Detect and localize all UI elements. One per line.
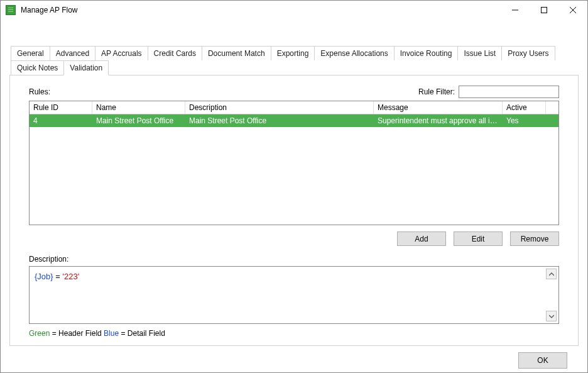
scroll-up-button[interactable] [546, 269, 557, 279]
minimize-icon [512, 7, 518, 13]
scroll-down-button[interactable] [546, 311, 557, 321]
chevron-up-icon [549, 272, 554, 277]
tab-expense-allocations[interactable]: Expense Allocations [314, 46, 394, 60]
grid-header: Rule ID Name Description Message Active [30, 101, 558, 114]
table-row[interactable]: 4Main Street Post OfficeMain Street Post… [30, 114, 558, 127]
tab-ap-accruals[interactable]: AP Accruals [95, 46, 148, 60]
minimize-button[interactable] [501, 1, 530, 19]
rule-filter-input[interactable] [459, 86, 559, 98]
col-rule-id[interactable]: Rule ID [30, 101, 92, 114]
expr-value-token: '223' [62, 272, 79, 281]
cell-active: Yes [503, 114, 546, 127]
rules-label: Rules: [29, 87, 418, 96]
cell-message: Superintendent must approve all invoic..… [374, 114, 503, 127]
tab-quick-notes[interactable]: Quick Notes [11, 60, 64, 75]
tab-proxy-users[interactable]: Proxy Users [501, 46, 555, 60]
description-label: Description: [29, 255, 559, 264]
tab-general[interactable]: General [11, 46, 50, 60]
rules-grid[interactable]: Rule ID Name Description Message Active … [29, 101, 559, 225]
cell-description: Main Street Post Office [185, 114, 374, 127]
dialog-footer: OK [9, 346, 579, 373]
legend-green-text: = Header Field [50, 329, 104, 338]
rule-filter-label: Rule Filter: [418, 87, 455, 96]
cell-name: Main Street Post Office [92, 114, 185, 127]
content-area: GeneralAdvancedAP AccrualsCredit CardsDo… [1, 19, 587, 373]
ok-button[interactable]: OK [518, 352, 567, 369]
close-icon [570, 7, 576, 13]
app-icon [6, 5, 16, 15]
maximize-button[interactable] [530, 1, 558, 19]
legend-blue-label: Blue [104, 329, 119, 338]
cell-rule-id: 4 [30, 114, 92, 127]
rules-header-row: Rules: Rule Filter: [29, 86, 559, 98]
svg-rect-1 [542, 8, 547, 13]
col-message[interactable]: Message [374, 101, 503, 114]
tab-panel: Rules: Rule Filter: Rule ID Name Descrip… [9, 75, 579, 346]
add-button[interactable]: Add [397, 231, 446, 246]
legend-green-label: Green [29, 329, 50, 338]
expr-field-token: {Job} [35, 272, 53, 281]
remove-button[interactable]: Remove [510, 231, 559, 246]
expr-op: = [53, 272, 63, 281]
col-description[interactable]: Description [185, 101, 374, 114]
tab-strip: GeneralAdvancedAP AccrualsCredit CardsDo… [9, 28, 579, 75]
grid-body: 4Main Street Post OfficeMain Street Post… [30, 114, 558, 225]
window-controls [501, 1, 587, 19]
app-window: Manage AP Flow GeneralAdvancedAP Accrual… [0, 0, 588, 373]
grid-button-row: Add Edit Remove [29, 231, 559, 246]
close-button[interactable] [558, 1, 587, 19]
tab-exporting[interactable]: Exporting [271, 46, 315, 60]
tab-credit-cards[interactable]: Credit Cards [148, 46, 202, 60]
chevron-down-icon [549, 314, 554, 319]
tab-validation[interactable]: Validation [63, 60, 109, 75]
maximize-icon [541, 7, 547, 13]
tab-issue-list[interactable]: Issue List [457, 46, 502, 60]
window-title: Manage AP Flow [21, 6, 501, 14]
legend: Green = Header Field Blue = Detail Field [29, 329, 559, 338]
validation-panel: Rules: Rule Filter: Rule ID Name Descrip… [10, 75, 578, 345]
tab-document-match[interactable]: Document Match [202, 46, 271, 60]
col-active[interactable]: Active [503, 101, 546, 114]
edit-button[interactable]: Edit [454, 231, 503, 246]
col-name[interactable]: Name [92, 101, 185, 114]
legend-blue-text: = Detail Field [119, 329, 165, 338]
tab-invoice-routing[interactable]: Invoice Routing [394, 46, 459, 60]
description-box[interactable]: {Job} = '223' [29, 266, 559, 324]
tab-advanced[interactable]: Advanced [50, 46, 95, 60]
titlebar: Manage AP Flow [1, 1, 587, 19]
